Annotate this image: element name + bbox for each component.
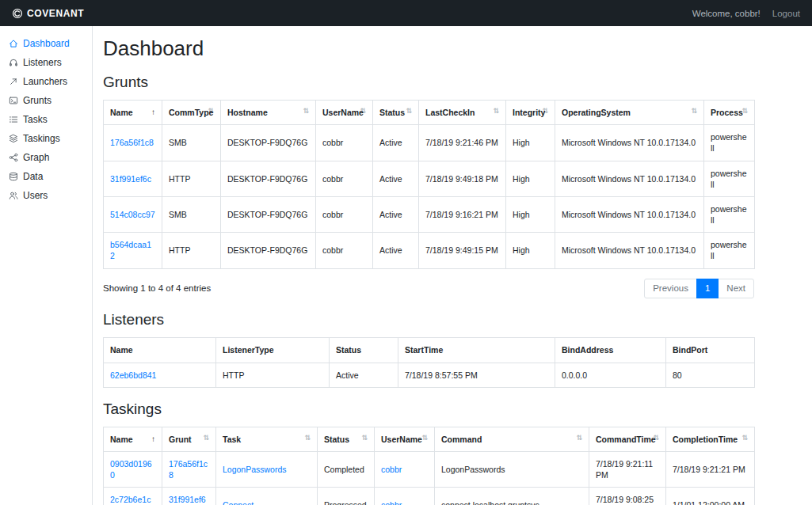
terminal-icon: [9, 96, 18, 105]
grunts-name-link[interactable]: 176a56f1c8: [110, 138, 154, 147]
brand[interactable]: COVENANT: [12, 8, 84, 19]
listeners-cell-starttime: 7/18/19 8:57:55 PM: [398, 363, 555, 387]
page-title: Dashboard: [103, 36, 754, 61]
task-list-icon: [9, 115, 18, 124]
grunts-cell-integrity: High: [506, 161, 555, 196]
column-header-command[interactable]: ⇅Command: [435, 427, 589, 451]
column-header-task[interactable]: ⇅Task: [216, 427, 318, 451]
sidebar-item-users[interactable]: Users: [0, 186, 92, 205]
sort-both-icon: ⇅: [303, 107, 309, 116]
sidebar-item-taskings[interactable]: Taskings: [0, 129, 92, 148]
sidebar-nav: DashboardListenersLaunchersGruntsTasksTa…: [0, 26, 93, 505]
column-header-operatingsystem[interactable]: ⇅OperatingSystem: [555, 101, 704, 125]
grunts-row: 176a56f1c8SMBDESKTOP-F9DQ76GcobbrActive7…: [104, 125, 755, 161]
taskings-grunt-link[interactable]: 31f991ef6c: [169, 495, 206, 505]
listeners-name-link[interactable]: 62eb6bd841: [110, 370, 156, 380]
sidebar-item-label: Graph: [23, 152, 49, 163]
taskings-name-link[interactable]: 2c72b6e1ce: [110, 495, 151, 505]
grunts-name-link[interactable]: b564dcaa12: [110, 240, 151, 260]
sidebar-item-label: Listeners: [23, 57, 62, 68]
sidebar-item-tasks[interactable]: Tasks: [0, 110, 92, 129]
grunts-cell-process: powershell: [704, 125, 755, 161]
column-header-username[interactable]: ⇅UserName: [316, 101, 373, 125]
sort-both-icon: ⇅: [208, 107, 214, 116]
listeners-cell-bindaddress: 0.0.0.0: [555, 363, 666, 387]
home-icon: [9, 39, 18, 48]
rocket-icon: [9, 77, 18, 86]
column-header-lastcheckin[interactable]: ⇅LastCheckIn: [419, 101, 506, 125]
taskings-cell-username: cobbr: [375, 451, 435, 487]
listeners-header-row: NameListenerTypeStatusStartTimeBindAddre…: [104, 338, 755, 363]
sort-both-icon: ⇅: [691, 107, 697, 116]
pagination-next-button[interactable]: Next: [718, 279, 754, 299]
sort-both-icon: ⇅: [406, 107, 412, 116]
sort-both-icon: ⇅: [653, 434, 659, 443]
grunts-cell-process: powershell: [704, 196, 755, 232]
listeners-row: 62eb6bd841HTTPActive7/18/19 8:57:55 PM0.…: [104, 363, 755, 387]
welcome-link[interactable]: Welcome, cobbr!: [692, 9, 761, 18]
column-header-status[interactable]: ⇅Status: [373, 101, 419, 125]
sidebar-item-label: Tasks: [23, 114, 48, 125]
taskings-cell-commandtime: 7/18/19 9:21:11 PM: [589, 451, 666, 487]
taskings-username-link[interactable]: cobbr: [381, 500, 402, 505]
taskings-username-link[interactable]: cobbr: [381, 465, 402, 474]
sidebar-item-listeners[interactable]: Listeners: [0, 53, 92, 72]
column-header-name[interactable]: ↑Name: [104, 427, 162, 451]
main-content: Dashboard Grunts ↑Name⇅CommType⇅Hostname…: [93, 26, 812, 505]
covenant-logo-icon: [12, 8, 23, 19]
column-header-commandtime[interactable]: ⇅CommandTime: [589, 427, 666, 451]
grunts-cell-hostname: DESKTOP-F9DQ76G: [221, 161, 316, 196]
sidebar-item-label: Launchers: [23, 76, 67, 87]
graph-icon: [9, 153, 18, 162]
column-header-status[interactable]: ⇅Status: [318, 427, 375, 451]
column-header-username[interactable]: ⇅UserName: [375, 427, 435, 451]
listeners-table: NameListenerTypeStatusStartTimeBindAddre…: [103, 337, 755, 387]
sidebar-item-grunts[interactable]: Grunts: [0, 91, 92, 110]
grunts-cell-lastcheckin: 7/18/19 9:21:46 PM: [419, 125, 506, 161]
listeners-section: Listeners NameListenerTypeStatusStartTim…: [103, 311, 754, 387]
grunts-cell-commtype: HTTP: [162, 161, 221, 196]
sidebar-item-label: Data: [23, 171, 43, 182]
grunts-cell-hostname: DESKTOP-F9DQ76G: [221, 233, 316, 268]
column-header-grunt[interactable]: ⇅Grunt: [162, 427, 216, 451]
taskings-grunt-link[interactable]: 176a56f1c8: [169, 459, 208, 480]
grunts-section: Grunts ↑Name⇅CommType⇅Hostname⇅UserName⇅…: [103, 74, 754, 298]
column-header-process[interactable]: ⇅Process: [704, 101, 755, 125]
grunts-cell-commtype: SMB: [162, 196, 221, 232]
column-header-integrity[interactable]: ⇅Integrity: [506, 101, 555, 125]
grunts-cell-status: Active: [373, 161, 419, 196]
column-header-commtype[interactable]: ⇅CommType: [162, 101, 221, 125]
column-header-name: Name: [104, 338, 216, 363]
taskings-cell-completiontime: 7/18/19 9:21:21 PM: [666, 451, 755, 487]
layout: DashboardListenersLaunchersGruntsTasksTa…: [0, 26, 812, 505]
logout-link[interactable]: Logout: [772, 9, 800, 18]
grunts-cell-operatingsystem: Microsoft Windows NT 10.0.17134.0: [555, 196, 704, 232]
taskings-name-link[interactable]: 0903d01960: [110, 459, 152, 480]
sort-both-icon: ⇅: [361, 434, 368, 443]
sort-both-icon: ⇅: [741, 107, 748, 116]
taskings-cell-completiontime: 1/1/01 12:00:00 AM: [666, 488, 755, 505]
sidebar-item-graph[interactable]: Graph: [0, 148, 92, 167]
grunts-cell-username: cobbr: [316, 125, 373, 161]
column-header-bindaddress: BindAddress: [555, 338, 666, 363]
sidebar-item-data[interactable]: Data: [0, 167, 92, 186]
sidebar-item-label: Dashboard: [23, 38, 70, 49]
sort-both-icon: ⇅: [542, 107, 548, 116]
sidebar-item-launchers[interactable]: Launchers: [0, 72, 92, 91]
grunts-name-link[interactable]: 514c08cc97: [110, 210, 155, 219]
column-header-completiontime[interactable]: ⇅CompletionTime: [666, 427, 755, 451]
pagination-previous-button[interactable]: Previous: [644, 279, 697, 299]
sidebar-item-dashboard[interactable]: Dashboard: [0, 34, 92, 53]
taskings-task-link[interactable]: LogonPasswords: [223, 465, 287, 474]
pagination-page-1-button[interactable]: 1: [696, 279, 719, 299]
column-header-name[interactable]: ↑Name: [104, 101, 162, 125]
column-header-starttime: StartTime: [398, 338, 555, 363]
sort-both-icon: ⇅: [493, 107, 499, 116]
taskings-cell-task: LogonPasswords: [216, 451, 318, 487]
grunts-cell-username: cobbr: [316, 196, 373, 232]
grunts-name-link[interactable]: 31f991ef6c: [110, 174, 151, 184]
taskings-task-link[interactable]: Connect: [223, 500, 254, 505]
column-header-hostname[interactable]: ⇅Hostname: [221, 101, 316, 125]
headphones-icon: [9, 58, 18, 67]
column-header-listenertype: ListenerType: [216, 338, 330, 363]
